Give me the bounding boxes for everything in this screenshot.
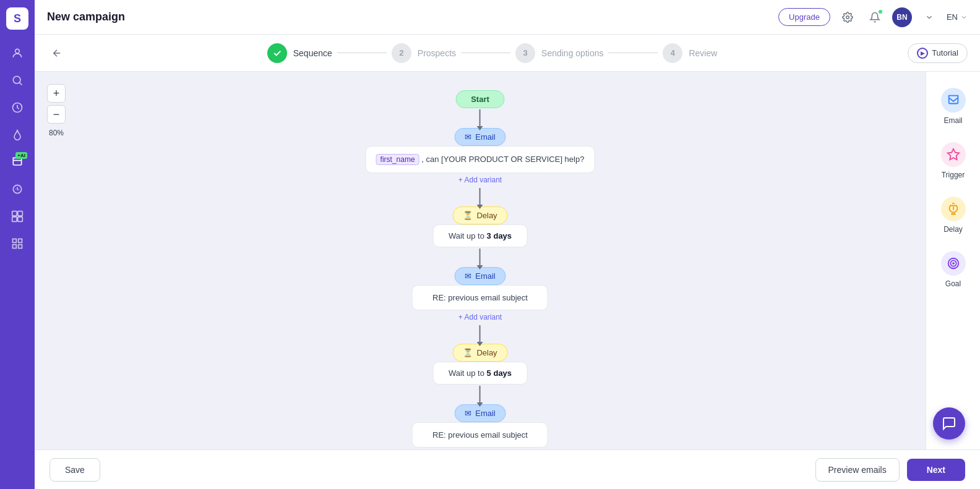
preview-emails-button[interactable]: Preview emails: [815, 458, 900, 482]
sidebar-item-deals[interactable]: [6, 178, 28, 200]
sequence-flow: Start ✉ Email first_name , can [YOUR PRO…: [366, 72, 595, 449]
step-sequence[interactable]: Sequence: [267, 43, 332, 63]
node-delay-1[interactable]: ⏳ Delay: [452, 206, 507, 224]
connector-2: [479, 188, 481, 205]
delay-duration-2: 5 days: [487, 368, 512, 378]
panel-email-icon: [941, 88, 966, 113]
email-label-2: Email: [475, 271, 496, 281]
step-2-circle: 2: [392, 43, 411, 63]
panel-item-goal[interactable]: Goal: [931, 245, 976, 294]
notification-icon-btn[interactable]: [865, 7, 885, 27]
step-3-circle: 3: [515, 43, 535, 63]
svg-rect-11: [19, 245, 22, 249]
bottom-bar: Save Preview emails Next: [35, 449, 980, 489]
save-button[interactable]: Save: [49, 458, 100, 482]
panel-item-trigger[interactable]: Trigger: [931, 136, 976, 185]
avatar-dropdown-chevron[interactable]: [919, 7, 939, 27]
step-1-circle: [267, 43, 287, 63]
panel-email-label: Email: [943, 116, 962, 125]
step-4-label: Review: [689, 48, 717, 58]
back-button[interactable]: [47, 43, 67, 63]
zoom-level: 80%: [47, 129, 66, 137]
panel-goal-icon: [941, 251, 966, 276]
svg-rect-5: [18, 211, 23, 216]
email-card-3[interactable]: RE: previous email subject: [412, 422, 548, 448]
connector-3: [479, 249, 481, 266]
panel-delay-label: Delay: [943, 225, 963, 234]
sidebar-logo[interactable]: S: [6, 7, 28, 30]
delay-card-2[interactable]: Wait up to 5 days: [433, 362, 527, 385]
zoom-controls: + − 80%: [47, 84, 66, 137]
sidebar-item-widgets[interactable]: [6, 232, 28, 255]
email-card-2[interactable]: RE: previous email subject: [412, 285, 548, 310]
step-1-label: Sequence: [293, 48, 332, 58]
email-icon-2: ✉: [465, 271, 471, 281]
step-4-circle: 4: [663, 43, 682, 63]
delay-label-1: Delay: [476, 211, 497, 220]
panel-item-email[interactable]: Email: [931, 82, 976, 131]
node-email-1[interactable]: ✉ Email: [454, 128, 506, 146]
tutorial-button[interactable]: ▶ Tutorial: [908, 43, 968, 63]
email-icon-3: ✉: [465, 409, 471, 418]
node-start[interactable]: Start: [455, 90, 505, 108]
svg-point-0: [15, 49, 20, 53]
header-right: Upgrade BN EN: [778, 7, 968, 27]
svg-rect-7: [18, 217, 23, 222]
step-2-label: Prospects: [418, 48, 456, 58]
steps-bar: Sequence 2 Prospects 3 Sending options 4…: [35, 35, 980, 72]
node-email-3[interactable]: ✉ Email: [454, 404, 506, 422]
delay-card-1[interactable]: Wait up to 3 days: [433, 224, 527, 247]
step-prospects[interactable]: 2 Prospects: [392, 43, 456, 63]
settings-icon-btn[interactable]: [838, 7, 858, 27]
sidebar-item-integrations[interactable]: [6, 205, 28, 227]
sidebar-item-inbox[interactable]: +AI: [6, 151, 28, 173]
right-panel: Email Trigger Delay Goal: [926, 72, 980, 449]
language-selector[interactable]: EN: [947, 12, 968, 22]
panel-delay-icon: [941, 197, 966, 221]
email-card-1[interactable]: first_name , can [YOUR PRODUCT OR SERVIC…: [366, 146, 595, 173]
upgrade-button[interactable]: Upgrade: [778, 8, 830, 26]
add-variant-2[interactable]: + Add variant: [453, 310, 507, 324]
next-button[interactable]: Next: [907, 459, 965, 481]
svg-point-12: [846, 15, 849, 19]
connector-1: [479, 109, 481, 127]
sidebar-item-search[interactable]: [6, 69, 28, 91]
svg-rect-6: [12, 217, 17, 222]
zoom-out-button[interactable]: −: [47, 105, 66, 124]
step-sending-options[interactable]: 3 Sending options: [515, 43, 603, 63]
bottom-right: Preview emails Next: [815, 458, 966, 482]
step-connector-3: [608, 53, 658, 53]
sidebar-item-fire[interactable]: [6, 124, 28, 146]
sidebar-item-activity[interactable]: [6, 96, 28, 119]
email-label-3: Email: [475, 409, 496, 418]
add-variant-1[interactable]: + Add variant: [453, 173, 507, 187]
svg-rect-8: [13, 239, 17, 243]
delay-wait-text-2: Wait up to: [449, 368, 484, 378]
svg-rect-10: [13, 245, 17, 249]
panel-item-delay[interactable]: Delay: [931, 190, 976, 240]
svg-point-1: [13, 76, 20, 83]
sidebar-item-profile[interactable]: [6, 42, 28, 64]
connector-4: [479, 325, 481, 342]
delay-label-2: Delay: [476, 348, 497, 357]
node-delay-2[interactable]: ⏳ Delay: [452, 344, 507, 362]
language-label: EN: [947, 12, 958, 22]
play-icon: ▶: [917, 48, 928, 59]
chat-fab-button[interactable]: [933, 407, 965, 440]
svg-rect-9: [19, 239, 22, 243]
step-connector-1: [337, 53, 387, 53]
avatar[interactable]: BN: [892, 7, 912, 27]
email-label-1: Email: [475, 132, 496, 142]
email-icon-1: ✉: [465, 132, 471, 142]
step-review[interactable]: 4 Review: [663, 43, 717, 63]
notification-dot: [877, 9, 883, 15]
panel-trigger-label: Trigger: [942, 171, 965, 179]
delay-duration-1: 3 days: [487, 231, 512, 240]
main-content: New campaign Upgrade BN EN: [35, 0, 980, 489]
connector-5: [479, 386, 481, 403]
step-connector-2: [461, 53, 510, 53]
node-email-2[interactable]: ✉ Email: [454, 267, 506, 285]
email-body-text-1: , can [YOUR PRODUCT OR SERVICE] help?: [421, 155, 584, 164]
zoom-in-button[interactable]: +: [47, 84, 66, 103]
panel-trigger-icon: [941, 142, 966, 167]
